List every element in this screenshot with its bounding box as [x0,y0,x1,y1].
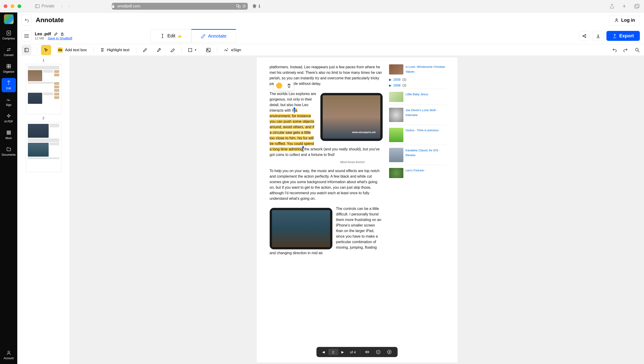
sidebar-item-convert[interactable]: Convert [2,45,16,59]
share-button[interactable] [579,31,590,41]
selection-handle-start[interactable] [294,108,294,113]
tab-label: Edit [167,33,175,39]
marker-tool[interactable] [154,46,164,54]
highlighted-text[interactable]: is environment; for instance you can pus… [270,108,314,151]
cursor-icon [44,48,48,52]
highlight-tool[interactable]: Highlight text [97,46,132,54]
sign-icon [6,97,11,102]
square-icon [188,48,192,52]
thumbnail-page-2[interactable] [26,122,61,172]
tool-label: eSign [231,48,241,52]
esign-tool[interactable]: eSign [221,46,244,54]
zoom-out-button[interactable] [373,350,384,354]
image-tool[interactable] [203,46,214,54]
thumbnails-toggle[interactable] [22,45,32,55]
save-link[interactable]: Save to Smallpdf [48,37,72,40]
selection-tool[interactable] [41,45,51,55]
minimize-window[interactable] [10,5,14,8]
annotation-popup [274,81,294,91]
tool-label: Add text box [65,48,87,52]
grid-icon [6,130,11,135]
main-area: Annotate Log in Leo .pdf 12 MB · S [17,13,644,364]
file-menu-button[interactable] [22,30,32,42]
tab-edit[interactable]: Edit [150,29,191,43]
zoom-in-button[interactable] [384,350,395,354]
download-button[interactable] [592,31,604,41]
undo-button[interactable] [22,14,32,26]
fit-icon [365,350,370,354]
svg-rect-10 [7,67,8,68]
search-icon[interactable] [635,48,640,53]
side-link[interactable]: is Love: Wholesome Christian Values [406,65,445,73]
trash-icon[interactable] [287,83,291,88]
color-swatch[interactable] [276,83,282,89]
page-input[interactable] [328,349,338,355]
selection-handle-end[interactable] [303,147,303,152]
paragraph: To help you on your way, the music and s… [270,168,382,201]
side-link[interactable]: Leo's Fortune - [406,169,426,172]
download-icon [596,34,600,38]
tab-annotate[interactable]: Annotate [191,29,236,43]
new-tab-button[interactable]: + [622,3,626,10]
lock-icon[interactable] [60,33,64,36]
sidebar-item-sign[interactable]: Sign [2,95,16,109]
forward-button[interactable]: › [68,3,70,9]
sidebar-item-more[interactable]: More [2,128,16,142]
thumbnail-page-1[interactable] [26,64,61,114]
archive-year[interactable]: ▶2009(3) [389,77,446,82]
side-link[interactable]: Little Baby Jesus [406,93,428,96]
tool-label: Highlight text [107,48,130,52]
sidebar-item-documents[interactable]: Documents [2,144,16,159]
shape-tool[interactable]: ▼ [185,47,200,54]
shield-badge[interactable]: 1 [252,4,260,9]
back-button[interactable]: ‹ [61,3,63,9]
fit-width-button[interactable] [362,350,373,354]
next-page-button[interactable]: ▶ [338,350,347,354]
logo[interactable] [4,14,14,24]
close-window[interactable] [4,5,8,8]
prev-page-button[interactable]: ◀ [319,350,328,354]
sidebar-item-compress[interactable]: Compress [2,28,16,43]
rename-icon[interactable] [54,33,58,36]
app-sidebar: Compress Convert Organize Edit Sign AI P… [0,13,17,364]
tab-label: Annotate [208,34,226,39]
reload-icon[interactable] [242,5,246,8]
crown-icon [178,34,182,38]
document-area[interactable]: platformers. Instead, Leo reappears just… [70,56,644,364]
archive-year[interactable]: ▶2008(3) [389,83,446,88]
sidebar-item-aipdf[interactable]: AI PDF [2,111,16,126]
private-label: Private [42,4,54,9]
sidebar-label: More [6,137,12,140]
edit-icon [6,80,11,85]
file-name: Leo .pdf [35,32,51,37]
play-icon: ▶ [389,83,392,88]
pencil-tool[interactable] [140,46,150,54]
export-label: Export [619,33,634,39]
svg-point-27 [583,36,584,37]
signature-icon [224,48,229,53]
eraser-tool[interactable] [168,46,178,54]
login-button[interactable]: Log in [610,15,640,25]
tabs-icon[interactable] [634,4,640,9]
undo-icon[interactable] [612,48,617,53]
sidebar-item-account[interactable]: Account [2,348,16,362]
sidebar-item-organize[interactable]: Organize [2,61,16,76]
translate-icon[interactable] [236,5,240,8]
compress-icon [6,31,11,36]
share-icon[interactable] [610,4,614,9]
maximize-window[interactable] [18,5,21,8]
side-link[interactable]: Godus - Time is precious [406,129,439,132]
login-label: Log in [621,18,635,23]
url-bar[interactable]: smallpdf.com [112,3,248,10]
sparkle-icon [6,114,11,119]
redo-icon[interactable] [623,48,628,53]
svg-point-18 [7,134,8,135]
svg-rect-34 [188,49,192,52]
add-text-tool[interactable]: Ab Add text box [55,46,90,54]
svg-point-28 [585,34,586,35]
side-link[interactable]: Karateka Classic for iOS - Review [406,149,440,157]
export-button[interactable]: Export [606,31,640,41]
sidebar-item-edit[interactable]: Edit [2,78,16,92]
sidebar-label: Edit [6,87,11,90]
side-link[interactable]: Joe Dever's Lone Wolf - Interview [406,108,438,117]
